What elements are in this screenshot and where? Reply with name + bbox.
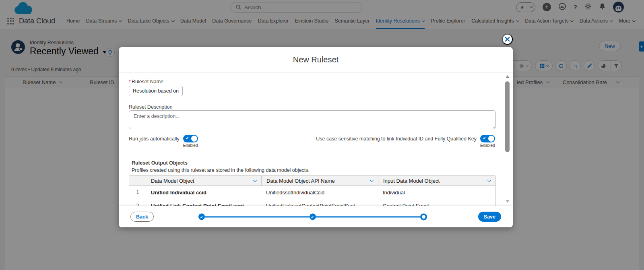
row-number: 2 [129, 203, 146, 206]
cell-data-model-object: Unified Individual ccid [146, 190, 261, 196]
modal-footer: Back ✓ ✓ Save [119, 206, 513, 227]
run-jobs-toggle-group: Run jobs automatically ✓ Enabled [129, 135, 198, 148]
cell-dmo-api-name: UnifiedLinkssotContactPointEmailSsot [261, 203, 378, 206]
column-data-model-object[interactable]: Data Model Object [146, 176, 261, 185]
toggle-status: Enabled [480, 143, 495, 148]
step-2-complete-icon: ✓ [310, 214, 316, 220]
new-ruleset-modal: New Ruleset *Ruleset Name Ruleset Descri… [119, 47, 513, 227]
save-button[interactable]: Save [478, 212, 501, 222]
scrollbar-thumb[interactable] [505, 81, 510, 152]
modal-close-button[interactable] [502, 34, 513, 45]
modal-scrollbar[interactable] [505, 74, 510, 204]
run-jobs-label: Run jobs automatically [129, 136, 180, 142]
output-table-header: Data Model Object Data Model Object API … [129, 176, 495, 186]
output-objects-description: Profiles created using this ruleset are … [132, 167, 310, 173]
chevron-down-icon [487, 178, 491, 182]
cell-data-model-object: Unified Link Contact Point Email ssot [146, 203, 261, 206]
ruleset-name-label: *Ruleset Name [129, 79, 163, 85]
check-icon: ✓ [483, 136, 486, 141]
screen: Search... ★ + ? [0, 0, 644, 270]
scroll-down-arrow-icon[interactable] [506, 200, 510, 203]
table-row: 2 Unified Link Contact Point Email ssot … [129, 199, 495, 206]
column-dmo-api-name[interactable]: Data Model Object API Name [261, 176, 378, 185]
modal-header: New Ruleset [119, 47, 513, 72]
case-sensitive-toggle-group: Use case sensitive matching to link Indi… [316, 135, 495, 148]
check-icon: ✓ [186, 136, 189, 141]
ruleset-description-textarea[interactable] [129, 110, 496, 129]
scroll-up-arrow-icon[interactable] [506, 75, 510, 78]
ruleset-name-input[interactable] [129, 86, 183, 96]
row-number: 1 [129, 190, 146, 195]
run-jobs-toggle[interactable]: ✓ [183, 135, 198, 142]
chevron-down-icon [253, 178, 257, 182]
step-3-current-icon [420, 213, 427, 220]
cell-input-dmo: Contact Point Email [378, 203, 495, 206]
modal-title: New Ruleset [293, 55, 339, 64]
chevron-down-icon [370, 178, 374, 182]
modal-body: *Ruleset Name Ruleset Description Run jo… [119, 72, 513, 206]
cell-dmo-api-name: UnifiedssotIndividualCcid [261, 190, 378, 196]
output-objects-title: Ruleset Output Objects [132, 160, 188, 166]
step-progress-indicator: ✓ ✓ [198, 213, 427, 220]
ruleset-description-label: Ruleset Description [129, 104, 172, 110]
required-asterisk: * [129, 79, 131, 85]
case-sensitive-label: Use case sensitive matching to link Indi… [316, 136, 477, 142]
toggle-status: Enabled [183, 143, 198, 148]
table-row: 1 Unified Individual ccid UnifiedssotInd… [129, 186, 495, 199]
case-sensitive-toggle[interactable]: ✓ [480, 135, 495, 142]
step-1-complete-icon: ✓ [198, 214, 205, 220]
cell-input-dmo: Individual [378, 190, 495, 196]
back-button[interactable]: Back [130, 212, 154, 222]
column-input-dmo[interactable]: Input Data Model Object [378, 176, 495, 185]
output-objects-table: Data Model Object Data Model Object API … [129, 175, 496, 206]
